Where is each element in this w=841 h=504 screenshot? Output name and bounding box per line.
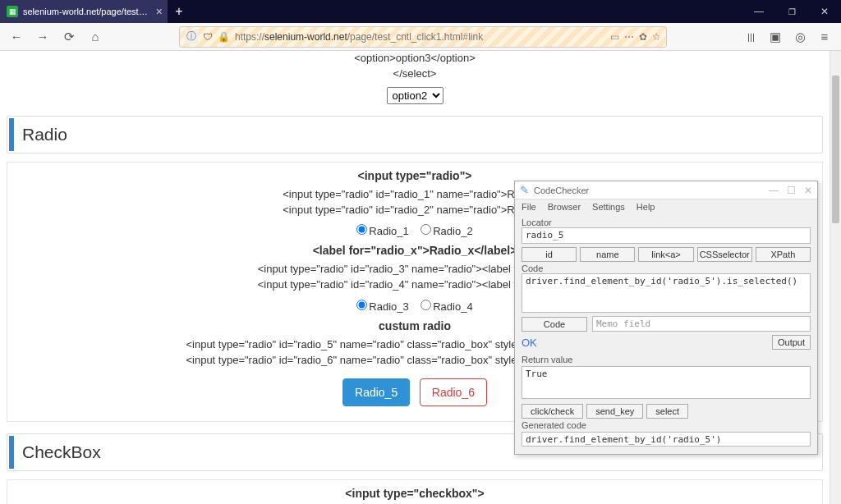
code-line: </select>	[7, 66, 823, 82]
section-heading: Radio	[9, 118, 820, 151]
browser-titlebar: ▦ selenium-world.net/page/test… × + — ❐ …	[0, 0, 841, 23]
minimize-button[interactable]: —	[742, 0, 775, 23]
menu-icon[interactable]: ≡	[813, 25, 836, 48]
memo-field[interactable]: Memo field	[592, 316, 811, 332]
link-button[interactable]: link<a>	[638, 247, 693, 262]
radio-2-input[interactable]	[420, 224, 431, 235]
library-icon[interactable]: ⫼	[739, 25, 762, 48]
radio-2[interactable]: Radio_2	[420, 225, 472, 237]
send-key-button[interactable]: send_key	[586, 404, 643, 419]
tab-title: selenium-world.net/page/test…	[23, 7, 148, 16]
panel-menubar: File Browser Settings Help	[515, 199, 817, 214]
output-button[interactable]: Output	[772, 335, 811, 350]
menu-help[interactable]: Help	[636, 202, 655, 212]
reader-icon[interactable]: ▭	[610, 31, 619, 43]
select-button[interactable]: select	[646, 404, 688, 419]
radio-3-input[interactable]	[356, 300, 367, 310]
account-icon[interactable]: ◎	[788, 25, 811, 48]
close-button[interactable]: ✕	[808, 0, 841, 23]
subheading: <input type="checkbox">	[14, 487, 816, 500]
menu-settings[interactable]: Settings	[592, 202, 625, 212]
sidebar-icon[interactable]: ▣	[764, 25, 787, 48]
panel-title: CodeChecker	[534, 186, 764, 195]
id-button[interactable]: id	[522, 247, 577, 262]
home-button[interactable]: ⌂	[84, 25, 107, 48]
new-tab-button[interactable]: +	[168, 0, 191, 23]
browser-tab[interactable]: ▦ selenium-world.net/page/test… ×	[0, 0, 168, 23]
app-icon: ✎	[520, 184, 529, 196]
radio-4-input[interactable]	[420, 300, 431, 310]
radio-1[interactable]: Radio_1	[356, 225, 408, 237]
save-icon[interactable]: ✿	[639, 31, 647, 43]
maximize-button[interactable]: ❐	[775, 0, 808, 23]
scroll-thumb[interactable]	[832, 76, 839, 223]
code-textarea[interactable]: driver.find_element_by_id('radio_5').is_…	[522, 273, 811, 313]
radio-3[interactable]: Radio_3	[356, 300, 408, 313]
radio-4[interactable]: Radio_4	[420, 300, 472, 313]
browser-toolbar: ← → ⟳ ⌂ ⓘ 🛡 🔒 https://selenium-world.net…	[0, 23, 841, 51]
name-button[interactable]: name	[580, 247, 635, 262]
checkbox-box: <input type="checkbox"> <input type="che…	[7, 479, 823, 504]
favicon-icon: ▦	[7, 6, 18, 17]
panel-maximize-icon[interactable]: ☐	[787, 185, 796, 196]
generated-label: Generated code	[522, 420, 811, 430]
radio-6-button[interactable]: Radio_6	[420, 378, 487, 406]
forward-button[interactable]: →	[31, 25, 54, 48]
lock-icon: 🔒	[218, 31, 230, 43]
radio-5-button[interactable]: Radio_5	[342, 378, 410, 406]
window-controls: — ❐ ✕	[742, 0, 841, 23]
click-check-button[interactable]: click/check	[522, 404, 583, 419]
code-label: Code	[522, 263, 811, 273]
code-run-button[interactable]: Code	[522, 317, 587, 332]
reload-button[interactable]: ⟳	[57, 25, 80, 48]
locator-label: Locator	[522, 218, 811, 227]
url-bar[interactable]: ⓘ 🛡 🔒 https://selenium-world.net/page/te…	[179, 26, 667, 48]
generated-code[interactable]: driver.find_element_by_id('radio_5')	[522, 432, 811, 447]
menu-file[interactable]: File	[522, 202, 536, 212]
radio-section: Radio	[7, 116, 823, 153]
menu-browser[interactable]: Browser	[548, 202, 581, 212]
panel-minimize-icon[interactable]: —	[769, 185, 779, 196]
panel-close-icon[interactable]: ✕	[804, 185, 812, 196]
url-text: https://selenium-world.net/page/test_cnt…	[235, 31, 605, 43]
xpath-button[interactable]: XPath	[756, 247, 811, 262]
tab-close-icon[interactable]: ×	[156, 5, 163, 18]
select-dropdown[interactable]: option2	[387, 87, 443, 104]
ok-status: OK	[522, 337, 537, 349]
codechecker-panel: ✎ CodeChecker — ☐ ✕ File Browser Setting…	[514, 181, 818, 455]
more-icon[interactable]: ⋯	[624, 31, 634, 43]
locator-input[interactable]: radio_5	[522, 227, 811, 244]
page-scrollbar[interactable]	[830, 51, 841, 504]
css-button[interactable]: CSSselector	[697, 247, 752, 262]
info-icon[interactable]: ⓘ	[185, 30, 198, 44]
back-button[interactable]: ←	[5, 25, 28, 48]
radio-1-input[interactable]	[356, 224, 367, 235]
star-icon[interactable]: ☆	[652, 31, 661, 43]
code-line: <option>option3</option>	[7, 51, 823, 66]
return-value[interactable]: True	[522, 366, 811, 399]
panel-titlebar[interactable]: ✎ CodeChecker — ☐ ✕	[515, 181, 817, 199]
shield-icon[interactable]: 🛡	[203, 31, 213, 43]
return-label: Return value	[522, 355, 811, 364]
